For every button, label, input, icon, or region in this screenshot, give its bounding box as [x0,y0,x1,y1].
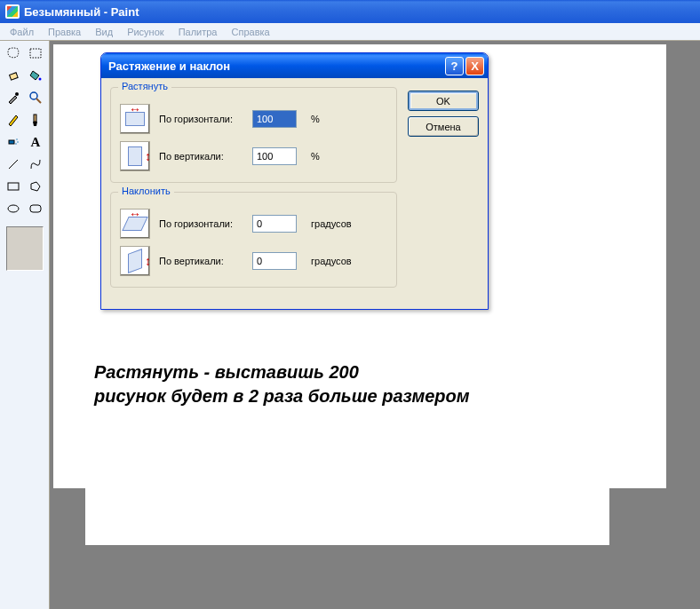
cancel-button-label: Отмена [426,122,460,132]
skew-legend: Наклонить [118,186,174,196]
stretch-horizontal-icon: ↔ [120,104,150,134]
svg-rect-0 [30,49,41,58]
skew-vertical-icon: ↕ [120,246,150,276]
stretch-vertical-label: По вертикали: [159,151,243,162]
menu-view[interactable]: Вид [89,25,119,39]
stretch-horizontal-label: По горизонтали: [159,114,243,124]
skew-horizontal-icon: ↔ [120,209,150,239]
tool-rect-select[interactable] [25,43,46,64]
close-icon: X [471,59,479,73]
ok-button[interactable]: OK [408,91,479,111]
tool-ellipse[interactable] [3,198,24,219]
svg-point-10 [15,143,16,144]
svg-rect-12 [8,183,19,190]
tool-rounded-rect[interactable] [25,198,46,219]
tool-magnifier[interactable] [25,87,46,108]
canvas[interactable] [85,485,609,545]
tool-airbrush[interactable] [3,131,24,153]
svg-line-5 [36,99,41,103]
tool-curve[interactable] [25,154,46,175]
tool-picker[interactable] [3,87,24,108]
svg-line-11 [9,160,18,169]
dialog-help-button[interactable]: ? [445,57,464,75]
window-title: Безымянный - Paint [24,5,139,19]
tool-freeform-select[interactable] [3,43,24,64]
svg-point-8 [16,138,17,139]
tool-grid: A [2,43,47,219]
skew-horizontal-label: По горизонтали: [159,218,243,229]
stretch-skew-dialog: Растяжение и наклон ? X Растянуть ↔ По г… [100,52,489,310]
skew-horizontal-row: ↔ По горизонтали: градусов [120,209,387,239]
stretch-unit: % [311,151,320,162]
skew-unit: градусов [311,218,352,229]
svg-point-4 [30,92,37,99]
menubar: Файл Правка Вид Рисунок Палитра Справка [0,23,700,41]
svg-point-9 [17,141,18,142]
annotation-line: Растянуть - выставишь 200 [94,360,470,384]
menu-file[interactable]: Файл [4,25,40,39]
ok-button-label: OK [436,96,450,107]
skew-vertical-input[interactable] [252,252,297,270]
tool-fill[interactable] [25,65,46,86]
toolbox: A [0,41,50,609]
tool-text[interactable]: A [25,131,46,153]
menu-edit[interactable]: Правка [42,25,87,39]
dialog-body: Растянуть ↔ По горизонтали: % ↕ По вер [101,78,488,309]
dialog-titlebar[interactable]: Растяжение и наклон ? X [101,53,488,78]
svg-point-3 [15,92,19,96]
dialog-close-button[interactable]: X [465,57,484,75]
stretch-vertical-input[interactable] [252,147,297,165]
dialog-buttons: OK Отмена [408,87,479,297]
menu-image[interactable]: Рисунок [121,25,171,39]
menu-help[interactable]: Справка [226,25,276,39]
svg-point-2 [39,78,42,81]
tool-rectangle[interactable] [3,176,24,197]
svg-rect-14 [30,205,41,212]
cancel-button[interactable]: Отмена [408,116,479,137]
stretch-vertical-icon: ↕ [120,141,150,171]
svg-rect-7 [9,140,14,144]
stretch-horizontal-row: ↔ По горизонтали: % [120,104,387,134]
tool-polygon[interactable] [25,176,46,197]
tool-pencil[interactable] [3,109,24,130]
skew-horizontal-input[interactable] [252,215,297,233]
help-icon: ? [451,59,458,73]
app-icon [5,4,20,19]
svg-point-13 [8,205,19,212]
stretch-legend: Растянуть [118,81,171,91]
svg-rect-6 [34,115,36,122]
stretch-fieldset: Растянуть ↔ По горизонтали: % ↕ По вер [110,87,397,183]
stretch-vertical-row: ↕ По вертикали: % [120,141,387,171]
tool-line[interactable] [3,154,24,175]
skew-unit: градусов [311,256,352,266]
tool-eraser[interactable] [3,65,24,86]
stretch-horizontal-input[interactable] [252,110,297,128]
dialog-title: Растяжение и наклон [108,59,443,73]
svg-rect-1 [10,73,19,80]
tool-brush[interactable] [25,109,46,130]
tool-options-panel [6,226,44,271]
canvas-annotation: Растянуть - выставишь 200 рисунок будет … [94,360,470,408]
skew-vertical-row: ↕ По вертикали: градусов [120,246,387,276]
main-titlebar: Безымянный - Paint [0,0,700,23]
skew-vertical-label: По вертикали: [159,256,243,266]
dialog-content: Растянуть ↔ По горизонтали: % ↕ По вер [110,87,397,297]
annotation-line: рисунок будет в 2 раза больше размером [94,384,470,408]
stretch-unit: % [311,114,320,124]
skew-fieldset: Наклонить ↔ По горизонтали: градусов ↕ [110,192,397,288]
menu-palette[interactable]: Палитра [172,25,224,39]
